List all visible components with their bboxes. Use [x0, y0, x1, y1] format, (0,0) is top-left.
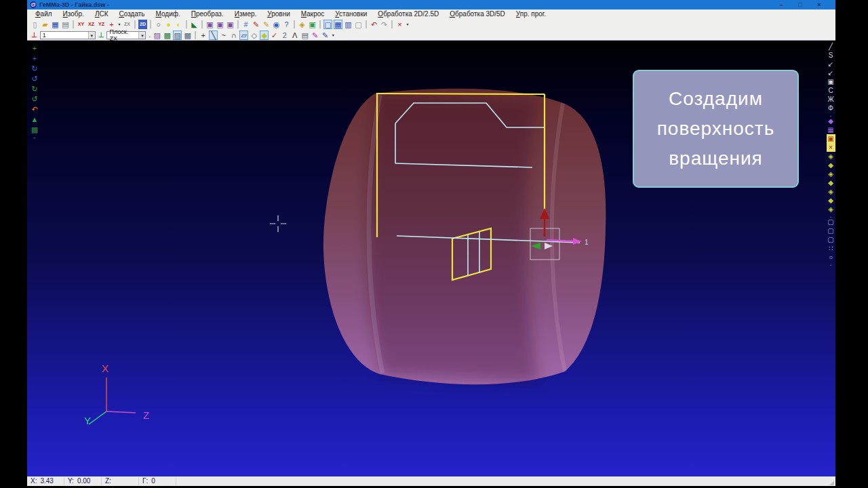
rotate-view-icon[interactable]: ↻: [31, 63, 39, 73]
project-1-icon[interactable]: ↙: [827, 60, 835, 68]
sun-icon[interactable]: ▣: [827, 134, 835, 143]
screen-icon[interactable]: ▣: [308, 20, 317, 29]
pipe-surf-icon[interactable]: Φ: [827, 104, 835, 113]
menu-settings[interactable]: Установки: [330, 10, 372, 18]
left-toolbar-more-icon[interactable]: .: [33, 134, 37, 138]
box-1-icon[interactable]: ▢: [827, 218, 835, 226]
surface-offset-icon[interactable]: ◈: [827, 205, 835, 214]
orbit-2-icon[interactable]: ↺: [31, 94, 39, 104]
curve-tool-icon[interactable]: ~: [219, 30, 228, 40]
view-axonometry-dropdown[interactable]: ▾: [117, 20, 121, 29]
view-xz-button[interactable]: XZ: [87, 20, 96, 29]
line-surf-icon[interactable]: ╱: [827, 42, 835, 51]
menu-programs[interactable]: Упр. прог.: [511, 10, 551, 18]
maximize-button[interactable]: □: [796, 1, 804, 8]
window-single-icon[interactable]: ▢: [323, 20, 332, 29]
circle-half-icon[interactable]: ◐: [174, 20, 183, 29]
mesh-tool-icon[interactable]: ▤: [300, 30, 309, 40]
spline-surf-icon[interactable]: S: [827, 51, 835, 60]
ucs-combobox-arrow-icon[interactable]: ▾: [88, 32, 95, 39]
hatch-style-2-icon[interactable]: ▩: [183, 30, 192, 40]
window-cascade-icon[interactable]: ▦: [334, 20, 342, 29]
blue-pen-icon[interactable]: ✎: [321, 30, 330, 40]
toolbar2-more-icon[interactable]: ▾: [331, 30, 335, 40]
window-tile-icon[interactable]: ▥: [344, 20, 353, 29]
undo-icon[interactable]: ↶: [370, 20, 378, 29]
menu-lcs[interactable]: ЛСК: [90, 10, 114, 18]
view-zx-button[interactable]: ZX: [123, 20, 132, 29]
resize-grip[interactable]: ◢: [829, 479, 834, 486]
surface-revolve-icon[interactable]: ◈: [827, 152, 835, 161]
group-icon[interactable]: ∷: [827, 244, 835, 253]
redo-icon[interactable]: ↷: [380, 20, 389, 29]
circle-outline-icon[interactable]: ○: [154, 20, 163, 29]
project-2-icon[interactable]: ↙: [827, 68, 835, 77]
rotate-view-2-icon[interactable]: ↺: [31, 73, 39, 83]
viewport-3-icon[interactable]: ▣: [226, 20, 235, 29]
spline2-tool-icon[interactable]: 2: [280, 30, 289, 40]
snap-tool-icon[interactable]: ✓: [270, 30, 279, 40]
surface-mesh-icon[interactable]: ◆: [827, 178, 835, 187]
toolbar2-overflow-dot[interactable]: .: [148, 30, 151, 40]
minimize-button[interactable]: –: [777, 1, 785, 8]
view-xy-button[interactable]: XY: [77, 20, 85, 29]
hatch-pen-icon[interactable]: ▨: [153, 30, 161, 40]
menu-macro[interactable]: Макрос: [296, 10, 330, 18]
open-file-icon[interactable]: ▰: [41, 20, 50, 29]
shading-icon[interactable]: ▲: [31, 114, 39, 124]
rect-surf-icon[interactable]: ▣: [827, 77, 835, 86]
close-button[interactable]: ×: [815, 1, 823, 8]
ucs-combobox[interactable]: 1 ▾: [40, 31, 96, 39]
box-2-icon[interactable]: ▢: [827, 226, 835, 235]
viewport-1-icon[interactable]: ▣: [205, 20, 214, 29]
surface-kinematic-icon[interactable]: ◈: [827, 169, 835, 178]
cut-red-icon[interactable]: ×: [827, 143, 835, 152]
save-file-icon[interactable]: ▦: [51, 20, 60, 29]
eye-icon[interactable]: ◉: [272, 20, 281, 29]
mesh-purple-icon[interactable]: ◆: [827, 117, 835, 125]
plane-combobox[interactable]: Плоск. ZX ▾: [106, 31, 146, 39]
zoom-pan-icon[interactable]: +: [31, 43, 39, 53]
grid-icon[interactable]: #: [241, 20, 250, 29]
view-2d-button[interactable]: 2D: [138, 20, 147, 29]
view-axonometry-button[interactable]: +: [107, 20, 116, 29]
plane-combobox-arrow-icon[interactable]: ▾: [138, 32, 145, 39]
surface-fillet-icon[interactable]: ◆: [827, 196, 835, 205]
edit-yellow-pencil-icon[interactable]: ✎: [262, 20, 271, 29]
print-icon[interactable]: ▤: [61, 20, 70, 29]
zoom-window-icon[interactable]: +: [31, 53, 39, 63]
region-tool-icon[interactable]: ◆: [260, 30, 269, 40]
box-3-icon[interactable]: ▢: [827, 235, 835, 244]
view-restore-icon[interactable]: ↶: [31, 104, 39, 114]
wave-surf-icon[interactable]: Ж: [827, 95, 835, 104]
hatch-style-icon[interactable]: ▨: [173, 30, 182, 40]
menu-transform[interactable]: Преобраз.: [186, 10, 229, 18]
point-tool-icon[interactable]: +: [199, 30, 208, 40]
palette-icon[interactable]: ◈: [298, 20, 307, 29]
viewport-3d[interactable]: 1 X Y Z ++↻↺↻↺↶▲▩. ╱S↙↙▣CЖΦ.◆▦▣×◈◆◈◆◈◆◈.: [27, 41, 835, 476]
contour-tool-icon[interactable]: ◇: [250, 30, 258, 40]
toolbar1-more-icon[interactable]: ▾: [406, 20, 410, 29]
menu-levels[interactable]: Уровни: [262, 10, 295, 18]
arc-tool-icon[interactable]: ∩: [229, 30, 238, 40]
circle-filled-icon[interactable]: ●: [164, 20, 173, 29]
grid-purple-icon[interactable]: ▦: [827, 125, 835, 134]
menu-image[interactable]: Изобр.: [58, 10, 90, 18]
render-mode-icon[interactable]: ▩: [31, 124, 39, 134]
view-yz-button[interactable]: YZ: [97, 20, 106, 29]
circle-surf-icon[interactable]: ○: [827, 253, 835, 262]
plane-tool-icon[interactable]: ▱: [239, 30, 248, 40]
region-fill-icon[interactable]: ▩: [163, 30, 172, 40]
menu-measure[interactable]: Измер.: [229, 10, 262, 18]
magenta-pen-icon[interactable]: ✎: [311, 30, 319, 40]
surface-ruled-icon[interactable]: ◆: [827, 161, 835, 169]
arrow-green-icon[interactable]: ◣: [190, 20, 199, 29]
arc-surf-icon[interactable]: C: [827, 86, 835, 95]
orbit-icon[interactable]: ↻: [31, 83, 39, 94]
viewport-2-icon[interactable]: ▣: [216, 20, 224, 29]
edit-red-pencil-icon[interactable]: ✎: [252, 20, 260, 29]
menu-create[interactable]: Создать: [114, 10, 151, 18]
line-tool-icon[interactable]: ╲: [209, 30, 218, 40]
help-icon[interactable]: ?: [282, 20, 291, 29]
window-small-icon[interactable]: ▢: [354, 20, 363, 29]
